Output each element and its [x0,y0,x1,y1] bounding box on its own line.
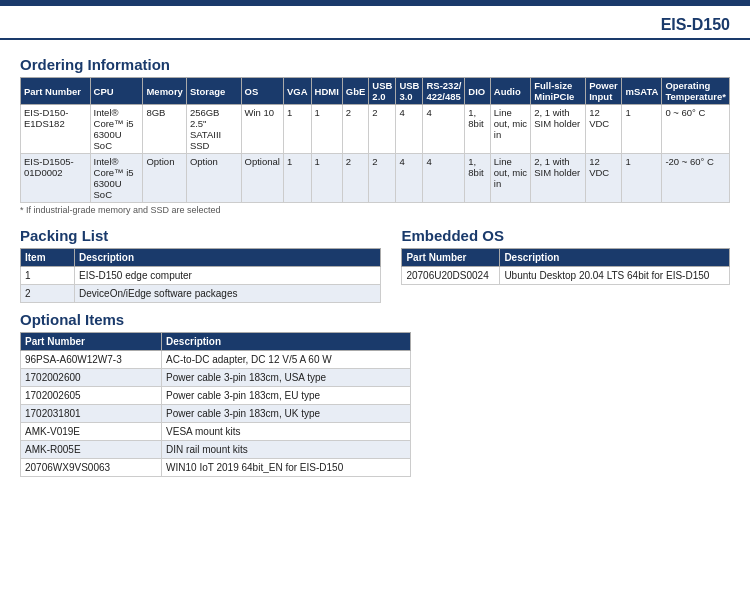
ordering-cell-1-9: 4 [396,154,423,203]
ordering-cell-0-12: Line out, mic in [490,105,530,154]
ordering-cell-1-10: 4 [423,154,465,203]
ordering-cell-1-7: 2 [342,154,369,203]
optional-cell-0-0: 96PSA-A60W12W7-3 [21,351,162,369]
ordering-cell-1-11: 1, 8bit [465,154,490,203]
ordering-cell-1-5: 1 [283,154,311,203]
optional-cell-3-0: 1702031801 [21,405,162,423]
ordering-cell-0-7: 2 [342,105,369,154]
packing-list-title: Packing List [20,227,381,244]
optional-row-1: 1702002600Power cable 3-pin 183cm, USA t… [21,369,411,387]
col-rs232: RS-232/422/485 [423,78,465,105]
col-usb20: USB2.0 [369,78,396,105]
ordering-info-table: Part Number CPU Memory Storage OS VGA HD… [20,77,730,203]
optional-cell-2-0: 1702002605 [21,387,162,405]
embedded-col-part: Part Number [402,249,500,267]
embedded-os-title: Embedded OS [401,227,730,244]
optional-cell-1-0: 1702002600 [21,369,162,387]
ordering-table-header: Part Number CPU Memory Storage OS VGA HD… [21,78,730,105]
optional-row-4: AMK-V019EVESA mount kits [21,423,411,441]
product-title-text: EIS-D150 [661,16,730,33]
col-temp: OperatingTemperature* [662,78,730,105]
ordering-cell-1-8: 2 [369,154,396,203]
ordering-cell-0-9: 4 [396,105,423,154]
ordering-cell-1-3: Option [186,154,241,203]
ordering-cell-1-12: Line out, mic in [490,154,530,203]
ordering-cell-1-13: 2, 1 with SIM holder [531,154,586,203]
ordering-cell-0-11: 1, 8bit [465,105,490,154]
embedded-row-0: 20706U20DS0024Ubuntu Desktop 20.04 LTS 6… [402,267,730,285]
packing-col-item: Item [21,249,75,267]
packing-list-section: Packing List Item Description 1EIS-D150 … [20,219,381,303]
ordering-cell-0-4: Win 10 [241,105,283,154]
embedded-os-table: Part Number Description 20706U20DS0024Ub… [401,248,730,285]
col-hdmi: HDMI [311,78,342,105]
ordering-cell-0-5: 1 [283,105,311,154]
ordering-cell-0-14: 12 VDC [586,105,622,154]
ordering-cell-0-2: 8GB [143,105,186,154]
optional-cell-5-0: AMK-R005E [21,441,162,459]
col-cpu: CPU [90,78,143,105]
packing-cell-0-0: 1 [21,267,75,285]
ordering-cell-1-2: Option [143,154,186,203]
packing-list-header: Item Description [21,249,381,267]
col-dio: DIO [465,78,490,105]
optional-items-header: Part Number Description [21,333,411,351]
ordering-cell-1-16: -20 ~ 60° C [662,154,730,203]
optional-cell-4-1: VESA mount kits [162,423,410,441]
embedded-os-section: Embedded OS Part Number Description 2070… [401,219,730,303]
ordering-cell-1-6: 1 [311,154,342,203]
ordering-cell-1-1: Intel® Core™ i5 6300U SoC [90,154,143,203]
optional-row-6: 20706WX9VS0063WIN10 IoT 2019 64bit_EN fo… [21,459,411,477]
packing-row-1: 2DeviceOn/iEdge software packages [21,285,381,303]
packing-cell-1-0: 2 [21,285,75,303]
ordering-cell-0-0: EIS-D150-E1DS182 [21,105,91,154]
optional-cell-1-1: Power cable 3-pin 183cm, USA type [162,369,410,387]
ordering-cell-0-15: 1 [622,105,662,154]
embedded-cell-0-1: Ubuntu Desktop 20.04 LTS 64bit for EIS-D… [500,267,730,285]
ordering-row-0: EIS-D150-E1DS182Intel® Core™ i5 6300U So… [21,105,730,154]
ordering-info-title: Ordering Information [20,56,730,73]
col-usb30: USB3.0 [396,78,423,105]
product-title: EIS-D150 [0,6,750,40]
packing-cell-1-1: DeviceOn/iEdge software packages [75,285,381,303]
optional-cell-5-1: DIN rail mount kits [162,441,410,459]
ordering-cell-0-1: Intel® Core™ i5 6300U SoC [90,105,143,154]
optional-cell-3-1: Power cable 3-pin 183cm, UK type [162,405,410,423]
optional-cell-4-0: AMK-V019E [21,423,162,441]
col-memory: Memory [143,78,186,105]
embedded-cell-0-0: 20706U20DS0024 [402,267,500,285]
col-minipcie: Full-sizeMiniPCIe [531,78,586,105]
optional-cell-6-1: WIN10 IoT 2019 64bit_EN for EIS-D150 [162,459,410,477]
col-gbe: GbE [342,78,369,105]
optional-col-desc: Description [162,333,410,351]
ordering-cell-1-4: Optional [241,154,283,203]
optional-items-table: Part Number Description 96PSA-A60W12W7-3… [20,332,411,477]
col-os: OS [241,78,283,105]
col-storage: Storage [186,78,241,105]
packing-col-description: Description [75,249,381,267]
optional-cell-6-0: 20706WX9VS0063 [21,459,162,477]
ordering-cell-0-13: 2, 1 with SIM holder [531,105,586,154]
ordering-row-1: EIS-D1505-01D0002Intel® Core™ i5 6300U S… [21,154,730,203]
col-part-number: Part Number [21,78,91,105]
embedded-col-desc: Description [500,249,730,267]
ordering-footnote: * If industrial-grade memory and SSD are… [20,205,730,215]
packing-cell-0-1: EIS-D150 edge computer [75,267,381,285]
optional-cell-2-1: Power cable 3-pin 183cm, EU type [162,387,410,405]
col-power: PowerInput [586,78,622,105]
optional-cell-0-1: AC-to-DC adapter, DC 12 V/5 A 60 W [162,351,410,369]
optional-row-0: 96PSA-A60W12W7-3AC-to-DC adapter, DC 12 … [21,351,411,369]
ordering-cell-0-6: 1 [311,105,342,154]
packing-list-table: Item Description 1EIS-D150 edge computer… [20,248,381,303]
optional-row-2: 1702002605Power cable 3-pin 183cm, EU ty… [21,387,411,405]
optional-row-5: AMK-R005EDIN rail mount kits [21,441,411,459]
embedded-os-header: Part Number Description [402,249,730,267]
col-audio: Audio [490,78,530,105]
optional-items-title: Optional Items [20,311,730,328]
ordering-cell-1-15: 1 [622,154,662,203]
ordering-cell-0-8: 2 [369,105,396,154]
packing-row-0: 1EIS-D150 edge computer [21,267,381,285]
ordering-cell-0-3: 256GB 2.5" SATAIII SSD [186,105,241,154]
optional-row-3: 1702031801Power cable 3-pin 183cm, UK ty… [21,405,411,423]
ordering-cell-1-14: 12 VDC [586,154,622,203]
